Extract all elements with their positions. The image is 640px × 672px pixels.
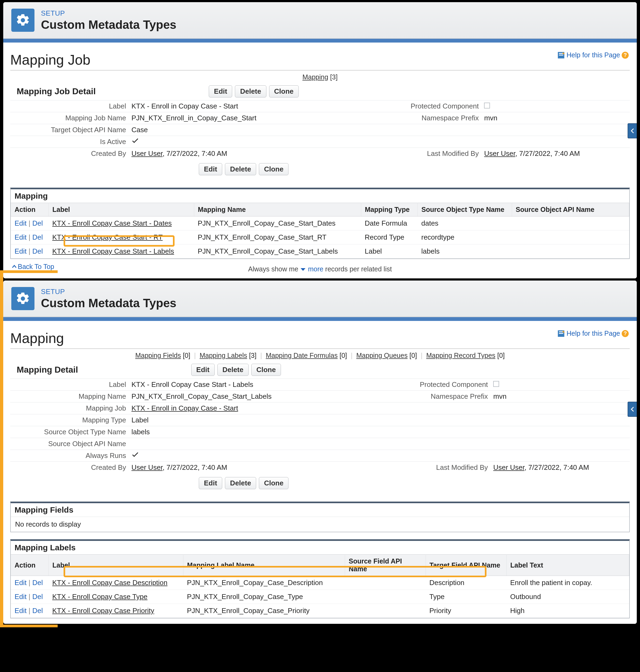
field-modifiedby: User User, 7/27/2022, 7:40 AM	[481, 148, 630, 160]
anchor-link[interactable]: Mapping Labels	[200, 352, 247, 359]
field-type-value: Label	[129, 414, 329, 426]
help-page-icon	[557, 330, 565, 337]
del-link[interactable]: Del	[32, 233, 43, 241]
edit-button-bottom[interactable]: Edit	[199, 163, 222, 175]
chevron-up-icon	[12, 264, 17, 269]
table-row: Edit | DelKTX - Enroll Copay Case Start …	[11, 216, 629, 230]
setup-eyebrow: SETUP	[41, 9, 176, 17]
delete-button[interactable]: Delete	[235, 85, 266, 98]
delete-button[interactable]: Delete	[217, 364, 249, 376]
section-mapping-job-detail: Mapping Job Detail	[17, 86, 96, 96]
edit-link[interactable]: Edit	[15, 233, 27, 241]
edit-link[interactable]: Edit	[15, 219, 27, 227]
clone-button[interactable]: Clone	[251, 364, 281, 376]
clone-button-bottom[interactable]: Clone	[259, 163, 289, 175]
svg-rect-5	[559, 333, 563, 334]
field-sotype-value: labels	[129, 426, 329, 438]
edit-link[interactable]: Edit	[15, 607, 27, 615]
chevron-down-icon	[300, 267, 306, 272]
setup-title: Custom Metadata Types	[41, 296, 176, 310]
panel-mapping: SETUP Custom Metadata Types Help for thi…	[3, 281, 637, 624]
page-title: Mapping	[10, 330, 630, 346]
edit-button[interactable]: Edit	[209, 85, 232, 98]
annotation-connector	[0, 625, 58, 626]
edit-link[interactable]: Edit	[15, 593, 27, 601]
annotation-connector	[0, 270, 58, 273]
field-target-value: Case	[129, 124, 320, 136]
field-jobname-value: PJN_KTX_Enroll_in_Copay_Case_Start	[129, 112, 320, 124]
mapping-job-detail-table: Label KTX - Enroll in Copay Case - Start…	[10, 100, 630, 159]
delete-button-bottom[interactable]: Delete	[225, 477, 256, 489]
related-mapping-fields: Mapping Fields No records to display	[10, 502, 630, 532]
edit-link[interactable]: Edit	[15, 247, 27, 255]
row-label-link[interactable]: KTX - Enroll Copay Case Start - RT	[52, 233, 163, 241]
anchor-link[interactable]: Mapping Fields	[135, 352, 181, 359]
row-label-link[interactable]: KTX - Enroll Copay Case Start - Dates	[52, 219, 172, 227]
edit-button-bottom[interactable]: Edit	[199, 477, 222, 489]
help-link[interactable]: Help for this Page ?	[557, 51, 629, 59]
protected-checkbox	[493, 381, 499, 387]
field-createdby: User User, 7/27/2022, 7:40 AM	[129, 148, 320, 160]
field-name-value: PJN_KTX_Enroll_Copay_Case_Start_Labels	[129, 391, 329, 403]
row-label-link[interactable]: KTX - Enroll Copay Case Priority	[52, 607, 154, 615]
section-mapping-detail: Mapping Detail	[17, 365, 78, 375]
anchor-link[interactable]: Mapping Record Types	[426, 352, 495, 359]
del-link[interactable]: Del	[32, 593, 43, 601]
help-link-label: Help for this Page	[566, 51, 620, 59]
anchor-link[interactable]: Mapping Queues	[357, 352, 408, 359]
field-nsprefix-value: mvn	[491, 391, 630, 403]
help-link[interactable]: Help for this Page ?	[557, 330, 629, 337]
svg-rect-1	[559, 53, 563, 54]
created-user-link[interactable]: User User	[131, 149, 163, 158]
anchor-link[interactable]: Mapping Date Formulas	[266, 352, 338, 359]
row-label-link[interactable]: KTX - Enroll Copay Case Type	[52, 593, 148, 601]
setup-title: Custom Metadata Types	[41, 18, 176, 31]
field-label-value: KTX - Enroll in Copay Case - Start	[129, 101, 320, 112]
field-modifiedby: User User, 7/27/2022, 7:40 AM	[491, 462, 630, 474]
table-row: Edit | DelKTX - Enroll Copay Case Start …	[11, 244, 629, 258]
question-icon: ?	[622, 330, 629, 337]
question-icon: ?	[622, 52, 629, 59]
more-link[interactable]: more	[308, 265, 323, 273]
gear-icon	[11, 9, 34, 32]
created-user-link[interactable]: User User	[131, 463, 163, 472]
del-link[interactable]: Del	[32, 219, 43, 227]
related-mapping-labels: Mapping Labels Action Label Mapping Labe…	[10, 539, 630, 618]
edit-link[interactable]: Edit	[15, 579, 27, 587]
setup-header: SETUP Custom Metadata Types	[3, 2, 637, 39]
page-title: Mapping Job	[10, 52, 630, 68]
del-link[interactable]: Del	[32, 607, 43, 615]
check-icon	[131, 451, 139, 458]
modified-user-link[interactable]: User User	[493, 463, 524, 472]
table-row: Edit | DelKTX - Enroll Copay Case Descri…	[11, 576, 629, 590]
footer-hint: Always show me more records per related …	[10, 265, 630, 273]
mapping-labels-table: Action Label Mapping Label Name Source F…	[11, 554, 629, 618]
mapping-job-link[interactable]: KTX - Enroll in Copay Case - Start	[131, 404, 238, 412]
modified-user-link[interactable]: User User	[484, 149, 515, 158]
help-link-label: Help for this Page	[566, 330, 620, 337]
panel-mapping-job: SETUP Custom Metadata Types Help for thi…	[3, 2, 637, 279]
related-mapping: Mapping Action Label Mapping Name Mappin…	[10, 188, 630, 259]
delete-button-bottom[interactable]: Delete	[225, 163, 256, 175]
setup-header: SETUP Custom Metadata Types	[3, 281, 637, 317]
anchor-mapping[interactable]: Mapping	[303, 73, 328, 81]
clone-button-bottom[interactable]: Clone	[259, 477, 289, 489]
edit-button[interactable]: Edit	[191, 364, 215, 376]
field-label-value: KTX - Enroll Copay Case Start - Labels	[129, 379, 329, 391]
setup-eyebrow: SETUP	[41, 287, 176, 296]
side-collapse-tab[interactable]	[628, 402, 637, 417]
del-link[interactable]: Del	[32, 247, 43, 255]
side-collapse-tab[interactable]	[628, 123, 637, 138]
svg-rect-2	[559, 55, 563, 56]
field-nsprefix-value: mvn	[481, 112, 630, 124]
anchor-row: Mapping [3]	[10, 71, 630, 84]
mapping-table: Action Label Mapping Name Mapping Type S…	[11, 203, 629, 258]
table-row: Edit | DelKTX - Enroll Copay Case Priori…	[11, 604, 629, 618]
check-icon	[131, 138, 139, 144]
clone-button[interactable]: Clone	[269, 85, 299, 98]
row-label-link[interactable]: KTX - Enroll Copay Case Start - Labels	[52, 247, 174, 255]
row-label-link[interactable]: KTX - Enroll Copay Case Description	[52, 579, 168, 587]
anchor-row: Mapping Fields [0]|Mapping Labels [3]|Ma…	[10, 349, 630, 362]
field-createdby: User User, 7/27/2022, 7:40 AM	[129, 462, 329, 474]
del-link[interactable]: Del	[32, 579, 43, 587]
